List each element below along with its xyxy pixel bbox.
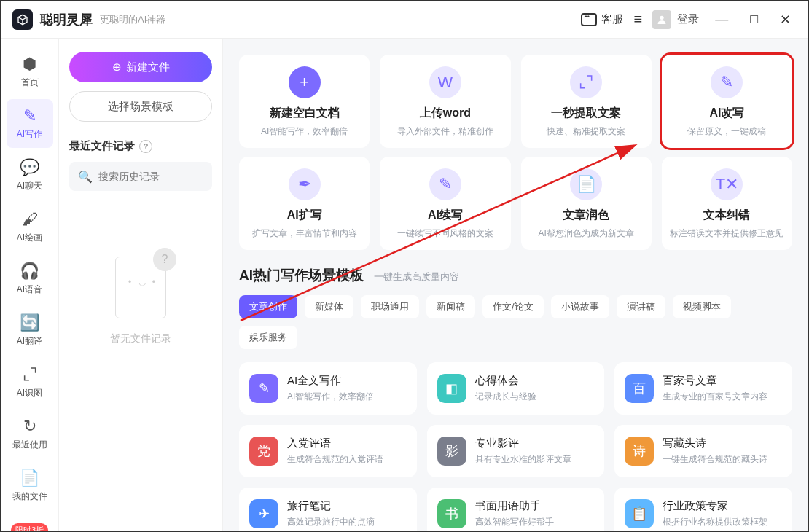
tool-grid-row2: ✒ AI扩写 扩写文章，丰富情节和内容✎ AI续写 一键续写不同风格的文案📄 文…	[239, 157, 792, 250]
tool-desc: 快速、精准提取文案	[547, 125, 625, 138]
sidebar-panel: ⊕ 新建文件 选择场景模板 最近文件记录 ? 🔍 ? • ◡ • 暂无文件记录	[59, 39, 223, 532]
template-desc: 高效智能写作好帮手	[475, 516, 554, 528]
tool-desc: 标注错误文本并提供修正意见	[670, 227, 783, 240]
template-card-3[interactable]: 党 入党评语 生成符合规范的入党评语	[239, 425, 417, 477]
tool-card-AI改写[interactable]: ✎ AI改写 保留原义，一键成稿	[662, 55, 792, 148]
chat-icon	[581, 13, 597, 26]
plus-icon: ⊕	[112, 60, 122, 74]
template-icon: 党	[249, 437, 278, 466]
tool-card-文本纠错[interactable]: T✕ 文本纠错 标注错误文本并提供修正意见	[662, 157, 792, 250]
nav-icon: 💬	[20, 158, 39, 177]
nav-footer-item-2[interactable]: 限时3折VIP特权	[7, 513, 53, 532]
template-icon: ✎	[249, 374, 278, 403]
nav-icon: ✎	[23, 106, 36, 125]
tool-desc: 一键续写不同风格的文案	[397, 227, 493, 240]
template-title: 百家号文章	[663, 374, 767, 388]
tab-7[interactable]: 视频脚本	[673, 295, 731, 318]
tool-title: 文本纠错	[703, 208, 750, 223]
search-input[interactable]	[98, 171, 226, 182]
template-card-0[interactable]: ✎ AI全文写作 AI智能写作，效率翻倍	[239, 362, 417, 415]
template-card-2[interactable]: 百 百家号文章 生成专业的百家号文章内容	[614, 362, 792, 415]
tool-desc: AI智能写作，效率翻倍	[261, 125, 348, 138]
tool-card-新建空白文档[interactable]: + 新建空白文档 AI智能写作，效率翻倍	[239, 55, 370, 148]
nav-item-2[interactable]: 💬AI聊天	[7, 151, 53, 200]
avatar-icon[interactable]	[652, 10, 671, 29]
tool-desc: 导入外部文件，精准创作	[397, 125, 493, 138]
template-title: 心得体会	[475, 374, 536, 388]
nav-footer-item-1[interactable]: 📄我的文件	[7, 461, 53, 510]
template-title: 书面用语助手	[475, 499, 554, 513]
help-icon[interactable]: ?	[139, 140, 152, 153]
tab-1[interactable]: 新媒体	[305, 295, 353, 318]
nav-footer-item-0[interactable]: ↻最近使用	[7, 410, 53, 458]
app-name: 聪明灵犀	[40, 11, 93, 28]
template-desc: 记录成长与经验	[475, 391, 536, 403]
template-title: AI全文写作	[287, 374, 374, 388]
tab-4[interactable]: 作文/论文	[482, 295, 544, 318]
nav-item-0[interactable]: ⬢首页	[7, 47, 53, 96]
nav-item-6[interactable]: ⌞⌝AI识图	[7, 358, 53, 407]
template-card-7[interactable]: 书 书面用语助手 高效智能写作好帮手	[427, 488, 605, 532]
nav-item-5[interactable]: 🔄AI翻译	[7, 306, 53, 355]
nav-icon: ↻	[23, 417, 36, 436]
section-subtitle: 一键生成高质量内容	[374, 270, 459, 283]
tool-card-AI续写[interactable]: ✎ AI续写 一键续写不同风格的文案	[380, 157, 510, 250]
template-icon: ◧	[437, 374, 466, 403]
main-content: + 新建空白文档 AI智能写作，效率翻倍W 上传word 导入外部文件，精准创作…	[223, 39, 808, 532]
template-icon: 诗	[625, 437, 654, 466]
nav-item-3[interactable]: 🖌AI绘画	[7, 203, 53, 251]
nav-label: 最近使用	[12, 439, 47, 451]
template-card-1[interactable]: ◧ 心得体会 记录成长与经验	[427, 362, 605, 415]
tool-icon: ✎	[429, 168, 461, 200]
recent-files-header: 最近文件记录 ?	[69, 139, 212, 153]
minimize-button[interactable]: —	[709, 9, 734, 30]
maximize-button[interactable]: □	[744, 9, 764, 30]
template-desc: 具有专业水准的影评文章	[475, 453, 571, 466]
svg-point-0	[660, 15, 663, 19]
nav-label: 首页	[21, 77, 39, 89]
nav-label: AI翻译	[17, 335, 42, 348]
tab-6[interactable]: 演讲稿	[617, 295, 665, 318]
tab-3[interactable]: 新闻稿	[426, 295, 475, 318]
nav-item-4[interactable]: 🎧AI语音	[7, 254, 53, 303]
app-logo-icon	[12, 9, 33, 30]
tool-grid-row1: + 新建空白文档 AI智能写作，效率翻倍W 上传word 导入外部文件，精准创作…	[239, 55, 792, 148]
tab-0[interactable]: 文章创作	[239, 295, 297, 318]
tool-desc: 扩写文章，丰富情节和内容	[252, 227, 357, 240]
tool-title: AI扩写	[287, 208, 322, 223]
template-icon: 📋	[625, 499, 654, 528]
template-grid: ✎ AI全文写作 AI智能写作，效率翻倍 ◧ 心得体会 记录成长与经验 百 百家…	[239, 362, 792, 532]
tool-card-AI扩写[interactable]: ✒ AI扩写 扩写文章，丰富情节和内容	[239, 157, 370, 250]
tab-8[interactable]: 娱乐服务	[239, 326, 297, 349]
hamburger-menu-button[interactable]: ≡	[633, 11, 642, 28]
nav-item-1[interactable]: ✎AI写作	[7, 99, 53, 148]
tab-5[interactable]: 小说故事	[551, 295, 609, 318]
nav-label: AI写作	[17, 128, 42, 141]
search-icon: 🔍	[78, 170, 93, 184]
choose-template-button[interactable]: 选择场景模板	[69, 91, 212, 122]
tool-card-一秒提取文案[interactable]: ⌞⌝ 一秒提取文案 快速、精准提取文案	[521, 55, 652, 148]
tool-card-上传word[interactable]: W 上传word 导入外部文件，精准创作	[380, 55, 510, 148]
nav-label: 我的文件	[12, 490, 47, 503]
nav-label: AI语音	[17, 283, 42, 296]
tool-card-文章润色[interactable]: 📄 文章润色 AI帮您润色为成为新文章	[521, 157, 652, 250]
nav-icon: ⌞⌝	[23, 365, 37, 384]
template-title: 入党评语	[287, 437, 383, 450]
template-title: 行业政策专家	[663, 499, 767, 513]
template-icon: ✈	[249, 499, 278, 528]
close-button[interactable]: ✕	[774, 9, 797, 31]
new-file-button[interactable]: ⊕ 新建文件	[69, 52, 212, 82]
template-card-8[interactable]: 📋 行业政策专家 根据行业名称提供政策框架	[614, 488, 792, 532]
search-box[interactable]: 🔍	[69, 162, 212, 191]
tool-icon: ⌞⌝	[570, 66, 602, 98]
template-card-6[interactable]: ✈ 旅行笔记 高效记录旅行中的点滴	[239, 488, 417, 532]
template-card-4[interactable]: 影 专业影评 具有专业水准的影评文章	[427, 425, 605, 477]
customer-service-button[interactable]: 客服	[581, 12, 623, 26]
login-button[interactable]: 登录	[677, 12, 699, 26]
template-card-5[interactable]: 诗 写藏头诗 一键生成符合规范的藏头诗	[614, 425, 792, 477]
tab-2[interactable]: 职场通用	[361, 295, 419, 318]
nav-icon: 🖌	[22, 210, 38, 229]
nav-icon: 🔄	[20, 313, 39, 332]
vip-badge: 限时3折	[11, 523, 48, 532]
tool-title: 上传word	[420, 106, 471, 121]
